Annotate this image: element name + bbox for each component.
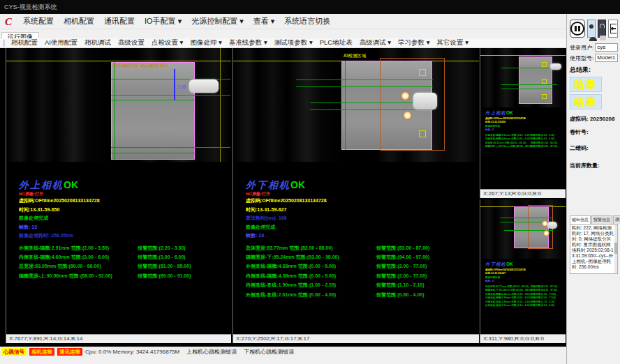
mini-image-lower (480, 199, 566, 259)
measurement-alarm: 报警范围:(0.60 - 4.00) (531, 303, 554, 308)
detect-box-yellow (542, 62, 547, 67)
pixel-coordinate-bar-upper: X:7677;Y:891;R:14;G:14;B:14 (6, 334, 231, 343)
camera-name: 外上相机 (485, 110, 506, 116)
info-tab-debug[interactable]: 调试信息 (613, 215, 620, 224)
tool-test-params[interactable]: 测试项参数 ▾ (271, 38, 316, 47)
tool-plc-address[interactable]: PLC地址表 (316, 38, 356, 47)
result-ok-badge: OK (506, 261, 513, 267)
mini-result-text-upper: 外上相机OK 虚拟码:OFfliine20250208133134728 时间:… (480, 109, 566, 187)
info-tab-alarm[interactable]: 报警信息 (591, 215, 612, 224)
login-user-button[interactable] (587, 20, 596, 38)
lower-camera-error-text: 下相机心跳检测错误 (244, 348, 294, 356)
camera-name: 外下相机 (485, 261, 506, 267)
measurement-row: 内侧直线-隔圈:4.38mm 范围:(0.00 - 9.00)报警范围:(2.0… (246, 271, 479, 280)
measurement-row: 外侧直线-隔圈:2.91mm 范围:(2.00 - 3.50)报警范围:(2.2… (19, 243, 231, 252)
measurement-alarm: 报警范围:(81.00 - 85.00) (138, 261, 191, 271)
measure-line-green (111, 147, 230, 148)
toolbar: 相机配置 AI使用配置 相机调试 高级设置 点检设置 ▾ 图像处理 ▾ 基准线参… (0, 38, 566, 48)
total-result-label: 总结果: (570, 66, 618, 75)
measurement-alarm: 报警范围:(89.00 - 91.00) (531, 144, 557, 149)
mini-view-lower[interactable]: 外下相机OK 虚拟码:OFfliine20250208133134728 时间:… (480, 199, 566, 343)
camera-image-upper[interactable]: 静态阈值:93, 动态阈值:100 2.88 (6, 48, 231, 162)
permission-button[interactable] (598, 20, 606, 38)
tool-other-settings[interactable]: 其它设置 ▾ (434, 38, 472, 47)
measurement-alarm: 报警范围:(0.60 - 4.00) (376, 290, 424, 299)
exit-button[interactable] (608, 20, 618, 38)
pause-button[interactable] (570, 20, 585, 38)
menu-view[interactable]: 查看 ▾ (249, 15, 279, 28)
menu-camera-config[interactable]: 相机配置 (59, 15, 98, 28)
edge-line-green (115, 62, 115, 160)
info-tab-output[interactable]: 输出信息 (570, 215, 591, 224)
measure-line-blue (174, 69, 175, 100)
baseline-yellow (480, 55, 566, 56)
heartbeat-badge: 心跳信号 (1, 348, 27, 356)
result-ok-badge: OK (506, 110, 513, 116)
frame-count-line: 帧数: 13 (485, 279, 566, 283)
measure-line-green (500, 218, 553, 218)
measurement-row: 隔圈宽度-下:95.24mm 范围:(93.00 - 98.00)报警范围:(9… (246, 252, 479, 261)
exit-door-icon (610, 24, 617, 33)
model-field: 使用型号: Model1 (570, 54, 618, 62)
process-time-line: 图像处理耗时: 256.05ms (19, 232, 231, 241)
menu-language-switch[interactable]: 系统语言切换 (280, 15, 334, 28)
info-log-box[interactable]: 耗时: 222, 网络检测耗时: 17, 网络分类耗时: 0, 网络提取分区耗时… (570, 224, 618, 274)
stock-count-label: 当前库数量: (570, 162, 618, 169)
tool-ai-config[interactable]: AI使用配置 (41, 38, 81, 47)
tool-advanced-settings[interactable]: 高级设置 (115, 38, 148, 47)
measurement-alarm: 报警范围:(2.20 - 3.30) (138, 243, 185, 252)
measurement-value: 内侧直线-隔圈:4.60mm 范围:(3.00 - 6.00) (19, 252, 138, 261)
connector-part (189, 79, 219, 93)
baseline-yellow (6, 61, 231, 61)
measure-line-green (501, 68, 557, 68)
connector-part (413, 93, 437, 109)
camera-name: 外下相机 (246, 180, 290, 190)
pixel-coordinate-bar-mini-upper: X:267;Y:13;R:0;G:0;B:0 (480, 189, 566, 198)
camera-result-text-upper: 外上相机OK NG屏蔽:打开 虚拟码:OFfliine2025020813313… (6, 162, 231, 334)
measurement-alarm: 报警范围:(2.00 - 77.00) (376, 271, 427, 280)
model-input[interactable]: Model1 (595, 54, 618, 62)
measurement-list: 外侧直线-隔圈:2.91mm 范围:(2.00 - 3.50)报警范围:(2.2… (19, 243, 231, 281)
frame-count-line: 帧数: 13 (19, 223, 231, 232)
measure-overlay-value: 2.88 (177, 84, 186, 89)
tool-image-processing[interactable]: 图像处理 ▾ (186, 38, 225, 47)
virtual-code-line: 虚拟码:OFfliine20250208133134728 (246, 197, 479, 206)
info-scrollbar[interactable] (614, 225, 617, 273)
comm-connection-badge: 通讯连接 (57, 348, 82, 356)
tool-spot-check[interactable]: 点检设置 ▾ (148, 38, 186, 47)
menu-light-config[interactable]: 光源控制配置 ▾ (187, 15, 248, 28)
measurement-list: 总体宽度:83.77mm 范围:(82.00 - 88.00)报警范围:(83.… (246, 243, 479, 299)
login-user-input[interactable]: cys (595, 43, 618, 52)
measurement-row: 总体宽度:83.77mm 范围:(82.00 - 88.00)报警范围:(83.… (246, 243, 479, 252)
measurement-row: 外侧直线-隔圈:4.38mm 范围:(0.00 - 9.00)报警范围:(2.0… (246, 261, 479, 271)
measurement-row: 隔圈宽度-上:90.56mm 范围:(88.00 - 92.00)报警范围:(8… (19, 271, 231, 280)
mini-image-upper (480, 48, 566, 107)
mini-view-upper[interactable]: 外上相机OK 虚拟码:OFfliine20250208133134728 时间:… (480, 48, 566, 198)
menu-comm-config[interactable]: 通讯配置 (100, 15, 139, 28)
algo-time-line: 算法耗时(ms): 166 (246, 214, 479, 223)
measure-line-green (111, 100, 195, 100)
product-block (111, 62, 195, 160)
menu-io-config[interactable]: IO手配置 ▾ (140, 15, 186, 28)
model-label: 使用型号: (570, 54, 593, 62)
tool-baseline-params[interactable]: 基准线参数 ▾ (226, 38, 271, 47)
camera-result-text-lower: 外下相机OK NG屏蔽:打开 虚拟码:OFfliine2025020813313… (233, 162, 479, 334)
measurement-value: 内侧直线-直线:1.90mm 范围:(1.00 - 2.20) (246, 280, 376, 289)
tool-advanced-debug[interactable]: 高级调试 ▾ (356, 38, 394, 47)
camera-view-lower: AI检测区域 外下相机OK NG屏蔽:打开 虚拟码:OFfliine202502… (232, 48, 479, 343)
result-ok-badge: OK (290, 179, 305, 190)
product-block (519, 56, 552, 104)
threshold-overlay-label: 静态阈值:93, 动态阈值:100 (113, 63, 167, 69)
detect-box-yellow (542, 94, 547, 99)
menu-system-config[interactable]: 系统配置 (19, 15, 58, 28)
measure-line-green (501, 84, 557, 85)
tool-camera-config[interactable]: 相机配置 (8, 38, 41, 47)
tool-learning-params[interactable]: 学习参数 ▾ (394, 38, 433, 47)
tool-camera-debug[interactable]: 相机调试 (81, 38, 115, 47)
edge-line-green (345, 61, 346, 150)
measurement-alarm: 报警范围:(89.00 - 91.00) (138, 271, 191, 280)
virtual-code-label: 虚拟码: 20250208 (570, 115, 618, 123)
camera-image-lower[interactable]: AI检测区域 (233, 48, 479, 162)
measurement-value: 隔圈宽度-上:90.56mm 范围:(88.00 - 92.00) (485, 144, 531, 149)
detect-box-yellow (542, 79, 547, 84)
